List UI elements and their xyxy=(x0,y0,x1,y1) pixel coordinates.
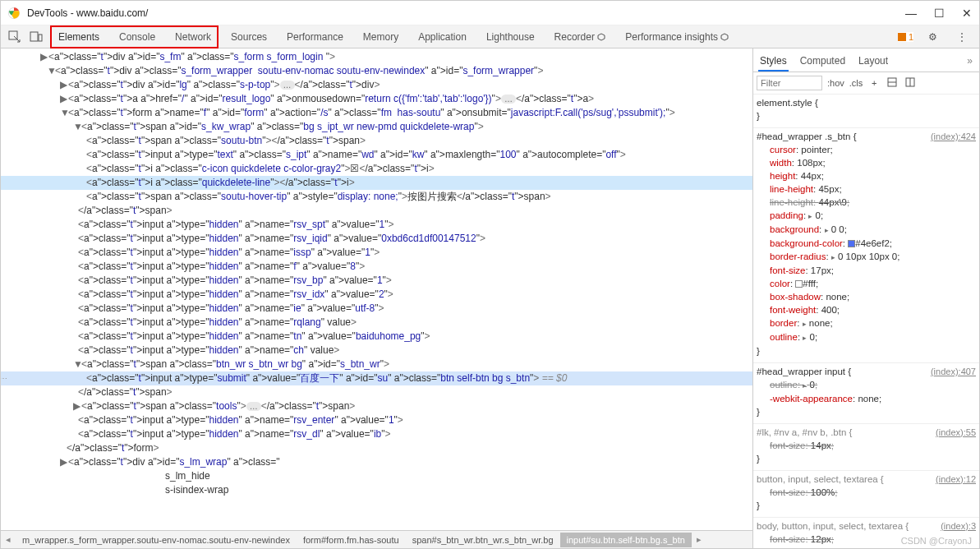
issues-badge[interactable]: 1 xyxy=(898,32,913,42)
cls-toggle[interactable]: .cls xyxy=(849,78,863,88)
tab-sources[interactable]: Sources xyxy=(221,26,277,48)
close-button[interactable]: ✕ xyxy=(961,7,973,19)
breadcrumb[interactable]: ◂ m_wrapper.s_form_wrapper.soutu-env-nom… xyxy=(1,530,752,548)
computed-panel-icon[interactable] xyxy=(904,77,917,89)
tab-recorder[interactable]: Recorder xyxy=(545,26,616,48)
device-icon[interactable] xyxy=(25,26,47,48)
svg-rect-4 xyxy=(39,35,42,41)
tab-console[interactable]: Console xyxy=(109,26,165,48)
crumb-next-icon[interactable]: ▸ xyxy=(692,534,706,545)
styles-list[interactable]: element.style {} #head_wrapper .s_btn {(… xyxy=(753,95,979,548)
tab-network[interactable]: Network xyxy=(165,26,221,48)
hov-toggle[interactable]: :hov xyxy=(827,78,844,88)
tab-performance-insights[interactable]: Performance insights xyxy=(615,26,738,48)
crumb-item-selected[interactable]: input#su.btn.self-btn.bg.s_btn xyxy=(560,533,692,547)
devtools-toolbar: Elements Console Network Sources Perform… xyxy=(1,25,979,48)
svg-rect-3 xyxy=(30,32,38,41)
side-tab-computed[interactable]: Computed xyxy=(798,52,847,72)
crumb-item[interactable]: span#s_btn_wr.btn_wr.s_btn_wr.bg xyxy=(406,533,560,547)
side-tab-more-icon[interactable]: » xyxy=(965,52,974,72)
window-title: DevTools - www.baidu.com/ xyxy=(27,7,905,19)
style-panel-icon[interactable] xyxy=(886,77,899,89)
crumb-prev-icon[interactable]: ◂ xyxy=(1,534,16,545)
chrome-icon xyxy=(7,7,21,20)
tab-application[interactable]: Application xyxy=(408,26,476,48)
gear-icon[interactable]: ⚙ xyxy=(922,26,943,48)
filter-input[interactable] xyxy=(757,76,822,90)
maximize-button[interactable]: ☐ xyxy=(933,7,945,19)
tab-memory[interactable]: Memory xyxy=(353,26,408,48)
tab-lighthouse[interactable]: Lighthouse xyxy=(476,26,545,48)
styles-filter-row: :hov .cls + xyxy=(753,72,979,95)
minimize-button[interactable]: — xyxy=(905,7,917,19)
styles-tabs: Styles Computed Layout » xyxy=(753,48,979,72)
crumb-item[interactable]: m_wrapper.s_form_wrapper.soutu-env-nomac… xyxy=(16,533,297,547)
tab-performance[interactable]: Performance xyxy=(277,26,353,48)
more-icon[interactable]: ⋮ xyxy=(951,26,973,48)
tab-elements[interactable]: Elements xyxy=(48,26,109,48)
crumb-item[interactable]: form#form.fm.has-soutu xyxy=(297,533,406,547)
watermark-text: CSDN @CrayonJ xyxy=(901,536,972,546)
window-titlebar: DevTools - www.baidu.com/ — ☐ ✕ xyxy=(1,1,979,25)
inspect-icon[interactable] xyxy=(4,26,25,48)
new-style-icon[interactable]: + xyxy=(867,78,881,88)
side-tab-layout[interactable]: Layout xyxy=(857,52,890,72)
side-tab-styles[interactable]: Styles xyxy=(758,52,789,72)
dom-tree[interactable]: ▶<a">class="t">div a">id="s_fm" a">class… xyxy=(1,48,752,530)
